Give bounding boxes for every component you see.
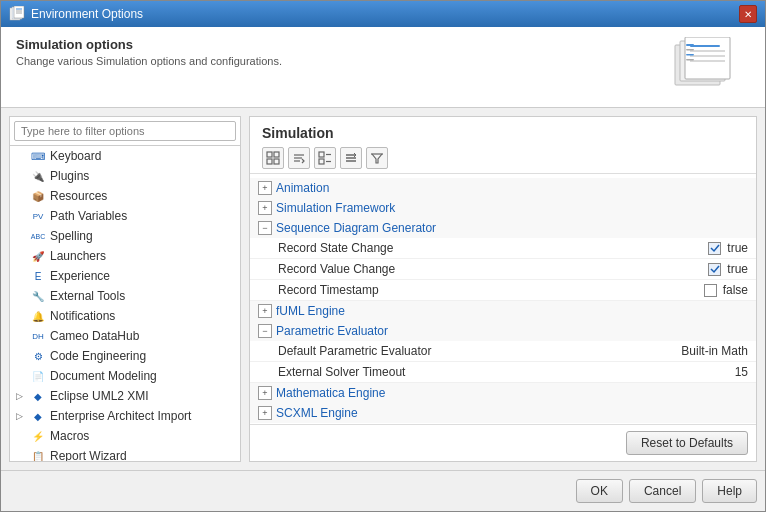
setting-row: Record Timestampfalse: [250, 280, 756, 301]
sidebar-item-label: Report Wizard: [50, 449, 127, 461]
svg-rect-20: [274, 159, 279, 164]
right-header: Simulation: [250, 117, 756, 174]
sidebar-item-keyboard[interactable]: ⌨Keyboard: [10, 146, 240, 166]
setting-value-text: true: [727, 241, 748, 255]
sidebar-item-report-wizard[interactable]: 📋Report Wizard: [10, 446, 240, 461]
sidebar-item-macros[interactable]: ⚡Macros: [10, 426, 240, 446]
sidebar-item-external-tools[interactable]: 🔧External Tools: [10, 286, 240, 306]
reset-defaults-button[interactable]: Reset to Defaults: [626, 431, 748, 455]
sidebar-item-plugins[interactable]: 🔌Plugins: [10, 166, 240, 186]
header-title: Simulation options: [16, 37, 282, 52]
svg-rect-2: [14, 6, 24, 18]
sidebar-item-label: External Tools: [50, 289, 125, 303]
left-panel: ⌨Keyboard🔌Plugins📦ResourcesPVPath Variab…: [9, 116, 241, 462]
sidebar-item-path-variables[interactable]: PVPath Variables: [10, 206, 240, 226]
group-expand-icon: +: [258, 386, 272, 400]
header-section: Simulation options Change various Simula…: [1, 27, 765, 108]
sidebar-item-document-modeling[interactable]: 📄Document Modeling: [10, 366, 240, 386]
group-label: Mathematica Engine: [276, 386, 385, 400]
setting-row: External Solver Timeout15: [250, 362, 756, 383]
group-expand-icon: +: [258, 304, 272, 318]
search-box: [10, 117, 240, 146]
setting-name: External Solver Timeout: [278, 365, 735, 379]
window-icon: [9, 6, 25, 22]
header-subtitle: Change various Simulation options and co…: [16, 55, 282, 67]
group-expand-icon: −: [258, 324, 272, 338]
group-row-simulation-framework[interactable]: +Simulation Framework: [250, 198, 756, 218]
sidebar-item-label: Launchers: [50, 249, 106, 263]
collapse-button[interactable]: [340, 147, 362, 169]
sort-button[interactable]: [288, 147, 310, 169]
setting-value-text: false: [723, 283, 748, 297]
header-text: Simulation options Change various Simula…: [16, 37, 282, 67]
setting-checkbox[interactable]: [708, 242, 721, 255]
settings-content: +Animation+Simulation Framework−Sequence…: [250, 174, 756, 424]
sidebar-item-label: Experience: [50, 269, 110, 283]
resources-icon: 📦: [30, 188, 46, 204]
sidebar-item-label: Spelling: [50, 229, 93, 243]
sidebar-item-spelling[interactable]: ABCSpelling: [10, 226, 240, 246]
setting-name: Record State Change: [278, 241, 708, 255]
filter-button[interactable]: [366, 147, 388, 169]
group-row-animation[interactable]: +Animation: [250, 178, 756, 198]
close-button[interactable]: ✕: [739, 5, 757, 23]
sidebar-item-cameo-datahub[interactable]: DHCameo DataHub: [10, 326, 240, 346]
enterprise-architect-icon: ◆: [30, 408, 46, 424]
group-row-scxml-engine[interactable]: +SCXML Engine: [250, 403, 756, 423]
group-row-mathematica-engine[interactable]: +Mathematica Engine: [250, 383, 756, 403]
toolbar: [262, 147, 744, 169]
setting-value-text: Built-in Math: [681, 344, 748, 358]
sidebar-item-label: Cameo DataHub: [50, 329, 139, 343]
svg-rect-15: [686, 54, 694, 56]
svg-rect-16: [686, 59, 694, 61]
sidebar-item-label: Document Modeling: [50, 369, 157, 383]
group-expand-icon: +: [258, 181, 272, 195]
notifications-icon: 🔔: [30, 308, 46, 324]
svg-rect-14: [686, 49, 694, 51]
sidebar-item-label: Keyboard: [50, 149, 101, 163]
search-input[interactable]: [14, 121, 236, 141]
setting-value-container: Built-in Math: [681, 344, 748, 358]
expand-button[interactable]: [314, 147, 336, 169]
title-bar-left: Environment Options: [9, 6, 143, 22]
footer: OK Cancel Help: [1, 470, 765, 511]
setting-checkbox[interactable]: [708, 263, 721, 276]
group-expand-icon: −: [258, 221, 272, 235]
grid-view-button[interactable]: [262, 147, 284, 169]
experience-icon: E: [30, 268, 46, 284]
ok-button[interactable]: OK: [576, 479, 623, 503]
spelling-icon: ABC: [30, 228, 46, 244]
group-row-fuml-engine[interactable]: +fUML Engine: [250, 301, 756, 321]
sidebar-item-enterprise-architect[interactable]: ▷◆Enterprise Architect Import: [10, 406, 240, 426]
expand-icon: ▷: [16, 411, 28, 421]
setting-name: Record Value Change: [278, 262, 708, 276]
svg-rect-9: [690, 45, 720, 47]
group-row-sequence-diagram-generator[interactable]: −Sequence Diagram Generator: [250, 218, 756, 238]
svg-rect-25: [319, 159, 324, 164]
window-title: Environment Options: [31, 7, 143, 21]
title-controls: ✕: [739, 5, 757, 23]
sidebar-item-launchers[interactable]: 🚀Launchers: [10, 246, 240, 266]
group-row-parametric-evaluator[interactable]: −Parametric Evaluator: [250, 321, 756, 341]
svg-rect-8: [685, 37, 730, 79]
sidebar-item-code-engineering[interactable]: ⚙Code Engineering: [10, 346, 240, 366]
sidebar-item-resources[interactable]: 📦Resources: [10, 186, 240, 206]
cancel-button[interactable]: Cancel: [629, 479, 696, 503]
setting-row: Record Value Changetrue: [250, 259, 756, 280]
keyboard-icon: ⌨: [30, 148, 46, 164]
sidebar-item-eclipse-uml2[interactable]: ▷◆Eclipse UML2 XMI: [10, 386, 240, 406]
help-button[interactable]: Help: [702, 479, 757, 503]
group-label: fUML Engine: [276, 304, 345, 318]
setting-value-container: false: [704, 283, 748, 297]
sidebar-item-experience[interactable]: EExperience: [10, 266, 240, 286]
group-label: Sequence Diagram Generator: [276, 221, 436, 235]
setting-row: Record State Changetrue: [250, 238, 756, 259]
sidebar-item-label: Path Variables: [50, 209, 127, 223]
tree-container: ⌨Keyboard🔌Plugins📦ResourcesPVPath Variab…: [10, 146, 240, 461]
sidebar-item-label: Eclipse UML2 XMI: [50, 389, 149, 403]
code-engineering-icon: ⚙: [30, 348, 46, 364]
sidebar-item-notifications[interactable]: 🔔Notifications: [10, 306, 240, 326]
setting-checkbox[interactable]: [704, 284, 717, 297]
sidebar-item-label: Macros: [50, 429, 89, 443]
svg-rect-24: [319, 152, 324, 157]
